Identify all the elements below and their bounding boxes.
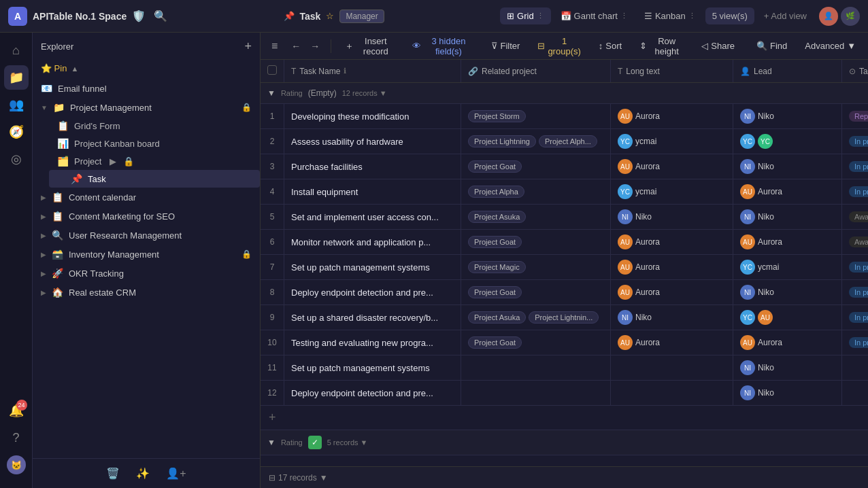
nav-icon-members[interactable]: 👥 — [4, 92, 29, 117]
col-checkbox[interactable] — [261, 60, 284, 83]
find-button[interactable]: 🔍 Find — [750, 38, 794, 54]
sidebar-item-okr[interactable]: ▶ 🚀 OKR Tracking — [33, 264, 260, 283]
task-name-cell[interactable]: Testing and evaluating new progra... — [284, 330, 461, 355]
sidebar-item-project[interactable]: 🗂️ Project ▶ 🔒 — [49, 152, 260, 170]
records-dropdown-icon[interactable]: ▼ — [320, 473, 328, 483]
tab-grid[interactable]: ⊞ Grid ⋮ — [500, 7, 551, 24]
task-name-cell[interactable]: Deploy endpoint detection and pre... — [284, 381, 461, 406]
search-button[interactable]: 🔍 — [154, 10, 167, 22]
collapse-sidebar-button[interactable]: ≡ — [266, 37, 283, 55]
task-name-cell[interactable]: Purchase facilities — [284, 154, 461, 179]
add-view-button[interactable]: + Add view — [757, 7, 814, 24]
task-star-icon[interactable]: ☆ — [326, 11, 334, 21]
add-row-button[interactable]: + — [261, 406, 868, 430]
sidebar-item-inventory[interactable]: ▶ 🗃️ Inventory Management 🔒 — [33, 245, 260, 264]
nav-icon-explorer[interactable]: 📁 — [4, 65, 29, 90]
project-tag[interactable]: Project Lightnin... — [529, 311, 599, 324]
project-tag[interactable]: Project Goat — [468, 336, 522, 349]
grids-form-label: Grid's Form — [74, 121, 120, 131]
sidebar-item-email-funnel[interactable]: 📧 Email funnel — [33, 79, 260, 98]
task-name-cell[interactable]: Install equipment — [284, 179, 461, 205]
add-sidebar-item-button[interactable]: + — [244, 39, 252, 54]
nav-icon-help[interactable]: ? — [4, 425, 29, 450]
tab-kanban[interactable]: ☰ Kanban ⋮ — [637, 7, 703, 24]
col-info-icon[interactable]: ℹ — [344, 67, 346, 75]
nav-back-button[interactable]: ← — [287, 38, 305, 54]
task-name-cell[interactable]: Developing these modification — [284, 104, 461, 129]
grid-table[interactable]: T Task Name ℹ 🔗 Related project — [261, 60, 868, 466]
nav-icon-home[interactable]: ⌂ — [4, 38, 29, 63]
advanced-button[interactable]: Advanced ▼ — [798, 38, 863, 54]
status-badge: In prog... — [849, 161, 868, 172]
project-lock-icon: 🔒 — [123, 156, 134, 167]
tab-gantt[interactable]: 📅 Gantt chart ⋮ — [554, 7, 635, 24]
sort-button[interactable]: ↕ Sort — [592, 38, 629, 54]
sidebar-item-project-kanban[interactable]: 📊 Project Kanban board — [49, 135, 260, 152]
avatar: AU — [618, 260, 633, 275]
sidebar-item-project-management[interactable]: ▼ 📁 Project Management 🔒 — [33, 98, 260, 117]
sidebar-item-real-estate[interactable]: ▶ 🏠 Real estate CRM — [33, 283, 260, 302]
project-tag[interactable]: Project Storm — [468, 110, 526, 122]
gantt-more-icon[interactable]: ⋮ — [620, 12, 628, 20]
sidebar-item-grids-form[interactable]: 📋 Grid's Form — [49, 117, 260, 135]
col-related-project-icon: 🔗 — [468, 67, 478, 76]
nav-forward-button[interactable]: → — [306, 38, 324, 54]
rating-empty: (Empty) — [308, 88, 337, 98]
group-header-row: ▼ Rating (Empty) 12 records ▼ — [261, 83, 868, 104]
pin-label[interactable]: ⭐ Pin ▲ — [41, 63, 252, 73]
filter-button[interactable]: ⊽ Filter — [484, 38, 527, 54]
insert-record-button[interactable]: ＋ Insert record — [338, 33, 401, 59]
project-tag[interactable]: Project Alph... — [539, 135, 597, 147]
status-cell: In prog... — [842, 280, 869, 305]
group-header-row: ▼ Rating ✓ 5 records ▼ — [261, 430, 868, 455]
task-name-cell[interactable]: Set up patch management systems — [284, 355, 461, 381]
rating-badge: ✓ — [308, 436, 322, 449]
sidebar-add-member-button[interactable]: 👤+ — [166, 467, 186, 480]
row-height-button[interactable]: ⇕ Row height — [633, 33, 690, 59]
nav-icon-bell[interactable]: 🔔 24 — [4, 398, 29, 423]
table-body: ▼ Rating (Empty) 12 records ▼ 1Developin… — [261, 83, 868, 455]
task-name-cell[interactable]: Set up patch management systems — [284, 255, 461, 280]
sidebar-trash-button[interactable]: 🗑️ — [106, 467, 120, 480]
project-tag[interactable]: Project Goat — [468, 160, 522, 173]
nav-icon-user[interactable]: 🐱 — [4, 453, 29, 477]
project-tag[interactable]: Project Lightning — [468, 135, 536, 147]
avatar: AU — [618, 109, 633, 124]
project-tag[interactable]: Project Goat — [468, 236, 522, 248]
more-views-button[interactable]: 5 view(s) — [705, 7, 754, 24]
sidebar-item-content-calendar[interactable]: ▶ 📋 Content calendar — [33, 188, 260, 207]
project-tag[interactable]: Project Goat — [468, 286, 522, 298]
add-row[interactable]: + — [261, 406, 868, 430]
nav-icon-target[interactable]: ◎ — [4, 147, 29, 171]
sidebar-magic-button[interactable]: ✨ — [136, 467, 150, 480]
group-button[interactable]: ⊟ 1 group(s) — [531, 33, 587, 59]
nav-icon-compass[interactable]: 🧭 — [4, 120, 29, 144]
hidden-fields-button[interactable]: 👁 3 hidden field(s) — [405, 33, 480, 59]
avatar: AU — [618, 159, 633, 174]
status-cell — [842, 381, 869, 406]
task-name-cell[interactable]: Monitor network and application p... — [284, 230, 461, 255]
status-badge: In prog... — [849, 262, 868, 273]
avatar-name: Aurora — [758, 187, 782, 196]
task-name-cell[interactable]: Set and implement user access con... — [284, 205, 461, 230]
project-tag[interactable]: Project Asuka — [468, 211, 526, 223]
share-button[interactable]: ◁ Share — [695, 38, 741, 54]
kanban-more-icon[interactable]: ⋮ — [688, 12, 696, 20]
project-tag[interactable]: Project Asuka — [468, 311, 526, 324]
task-name-cell[interactable]: Assess usability of hardware — [284, 129, 461, 154]
total-records: 17 records — [278, 473, 317, 483]
explorer-label[interactable]: Explorer — [41, 41, 73, 52]
grid-more-icon[interactable]: ⋮ — [537, 12, 544, 20]
task-name-cell[interactable]: Deploy endpoint detection and pre... — [284, 280, 461, 305]
project-tag[interactable]: Project Alpha — [468, 186, 524, 198]
sidebar-item-task[interactable]: 📌 Task — [49, 170, 260, 188]
group-toggle-icon[interactable]: ▼ — [267, 88, 276, 98]
sidebar-item-user-research[interactable]: ▶ 🔍 User Research Management — [33, 226, 260, 245]
select-all-checkbox[interactable] — [267, 65, 277, 75]
task-name-cell[interactable]: Set up a shared disaster recovery/b... — [284, 305, 461, 330]
group-toggle-icon[interactable]: ▼ — [267, 438, 276, 447]
sidebar-item-content-marketing[interactable]: ▶ 📋 Content Marketing for SEO — [33, 207, 260, 226]
workspace-avatar[interactable]: A — [8, 7, 27, 26]
project-tag[interactable]: Project Magic — [468, 261, 526, 273]
table-row: 2Assess usability of hardwareProject Lig… — [261, 129, 868, 154]
